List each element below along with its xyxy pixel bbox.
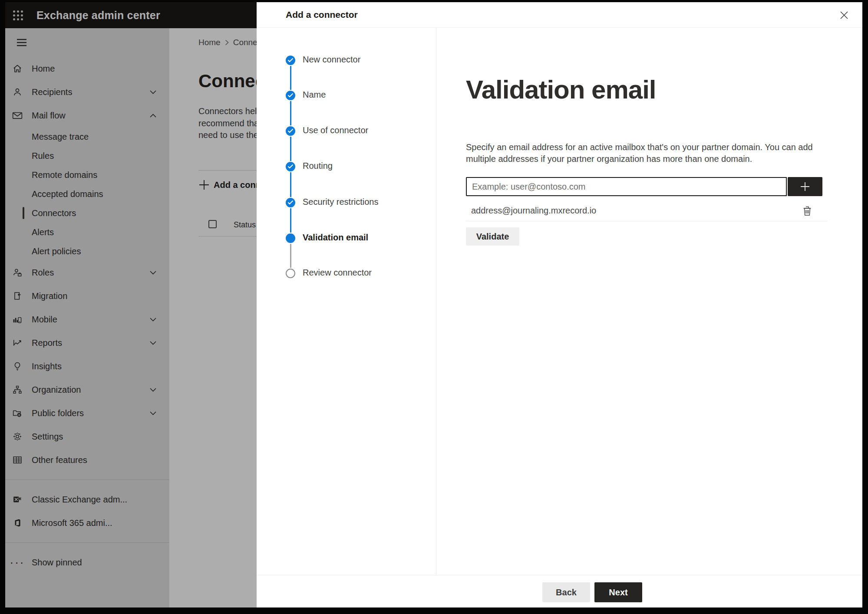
step-label: New connector — [303, 55, 360, 65]
back-button[interactable]: Back — [542, 582, 590, 602]
step-done-icon — [286, 198, 295, 207]
step-connector-line — [290, 101, 291, 125]
screenshot-frame: Exchange admin center Home Recipients Ma… — [0, 0, 868, 614]
delete-address-button[interactable] — [800, 204, 814, 218]
validation-email-step-content: Validation email Specify an email addres… — [437, 28, 862, 575]
panel-header: Add a connector — [257, 2, 862, 28]
step-done-icon — [286, 126, 295, 136]
email-address-row: address@journaling.mxrecord.io — [466, 200, 827, 221]
step-description: Specify an email address for an active m… — [466, 141, 813, 165]
app-window: Exchange admin center Home Recipients Ma… — [5, 2, 862, 607]
close-icon — [839, 10, 849, 20]
step-todo-icon — [286, 269, 295, 278]
step-label: Name — [303, 90, 326, 100]
step-label: Routing — [303, 161, 333, 171]
step-label: Validation email — [303, 233, 368, 243]
step-label: Use of connector — [303, 125, 368, 135]
email-input-row — [466, 177, 822, 196]
step-active-icon — [286, 233, 295, 243]
step-heading: Validation email — [466, 75, 656, 105]
wizard-stepper: New connector Name Use of connector Rout… — [257, 28, 436, 575]
step-connector-line — [290, 208, 291, 233]
step-done-icon — [286, 162, 295, 171]
next-button[interactable]: Next — [594, 582, 642, 602]
trash-icon — [803, 206, 812, 216]
step-label: Security restrictions — [303, 197, 379, 207]
close-button[interactable] — [835, 7, 853, 24]
validate-button[interactable]: Validate — [466, 227, 519, 246]
step-connector-line — [290, 244, 291, 268]
step-connector-line — [290, 137, 291, 161]
add-email-button[interactable] — [788, 177, 822, 196]
email-address-value: address@journaling.mxrecord.io — [471, 206, 596, 216]
step-connector-line — [290, 172, 291, 197]
step-connector-line — [290, 66, 291, 90]
plus-icon — [799, 181, 811, 192]
panel-footer: Back Next — [257, 575, 862, 607]
add-connector-panel: Add a connector New connector — [257, 2, 862, 607]
panel-title: Add a connector — [286, 10, 358, 20]
step-label: Review connector — [303, 268, 372, 278]
validation-email-input[interactable] — [466, 177, 787, 196]
step-done-icon — [286, 56, 295, 65]
step-done-icon — [286, 91, 295, 100]
